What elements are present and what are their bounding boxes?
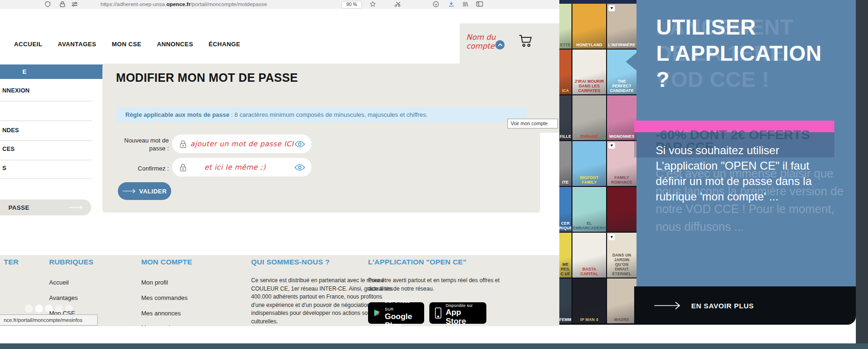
footer-link-mot-de-passe[interactable]: Mon mot de passe xyxy=(141,324,191,326)
divider xyxy=(0,121,92,121)
window-edge-right xyxy=(856,0,868,349)
movie-poster[interactable]: EL EMBARCADERO xyxy=(572,187,606,232)
url-bar[interactable]: https://adherent-snep-unsa.opence.fr/por… xyxy=(101,1,267,7)
sidebar-item-mot-de-passe[interactable]: PASSE xyxy=(0,199,91,215)
movie-poster[interactable]: FAMILY ROMANCE♥ xyxy=(607,141,637,186)
library-icon[interactable] xyxy=(462,1,469,7)
poster-title: ME PES, C UF xyxy=(559,261,571,278)
new-password-input[interactable]: ajouter un mot de passe ICI xyxy=(172,135,311,153)
poster-title: BIGFOOT FAMILY xyxy=(572,174,606,186)
download-icon[interactable] xyxy=(448,1,455,7)
movie-poster[interactable]: BASTA CAPITAL xyxy=(572,233,606,278)
movie-poster[interactable]: J'irai mourir dans les Carpates xyxy=(572,50,606,94)
movie-poster[interactable]: madre xyxy=(607,278,637,323)
screenshot-icon[interactable] xyxy=(394,1,402,7)
google-play-badge[interactable]: DISPONIBLE SURGoogle Play xyxy=(368,302,424,324)
pocket-icon[interactable] xyxy=(433,1,439,7)
poster-panel-header xyxy=(559,0,637,4)
app-store-badge[interactable]: Disponible surApp Store xyxy=(429,302,486,324)
footer-col-mon-compte: MON COMPTE xyxy=(141,258,192,266)
movie-poster[interactable]: ette xyxy=(559,4,571,49)
confirm-password-label: Confirmez : xyxy=(103,164,169,172)
poster-title: ICA xyxy=(559,87,571,94)
movie-poster[interactable]: HONEYLAND xyxy=(572,4,606,49)
nav-item-echange[interactable]: ÉCHANGE xyxy=(209,41,240,48)
eye-icon[interactable] xyxy=(295,164,305,171)
valider-button[interactable]: VALIDER xyxy=(118,182,171,200)
footer-col-qui-sommes-nous: QUI SOMMES-NOUS ? xyxy=(251,258,330,266)
favorite-heart-icon[interactable]: ♥ xyxy=(608,234,615,240)
poster-title: MIGNONNES xyxy=(607,133,637,140)
movie-poster[interactable]: Fille xyxy=(559,95,571,140)
favorite-heart-icon[interactable]: ♥ xyxy=(608,142,615,149)
portal-page: ACCUEIL AVANTAGES MON CSE ANNONCES ÉCHAN… xyxy=(0,9,559,326)
poster-title: Fille xyxy=(559,133,571,140)
movie-poster[interactable]: CER RIQUE xyxy=(559,187,571,232)
poster-grid: etteHONEYLANDL'INFIRMIÈRE♥ICAJ'irai mour… xyxy=(559,4,637,323)
sidebar-item-infos[interactable]: S xyxy=(2,165,7,171)
sidebar-item-annonces[interactable]: CES xyxy=(2,146,14,152)
movie-poster[interactable]: IP MAN 4 xyxy=(572,278,606,323)
movie-poster[interactable]: ICA xyxy=(559,50,571,94)
nav-item-accueil[interactable]: ACCUEIL xyxy=(14,41,43,48)
footer-link-mes-commandes[interactable]: Mes commandes xyxy=(141,294,188,301)
favorite-heart-icon[interactable]: ♥ xyxy=(608,5,615,11)
google-play-icon xyxy=(374,307,381,319)
poster-title xyxy=(607,229,637,232)
divider xyxy=(0,160,92,160)
arrow-right-icon xyxy=(123,188,136,194)
cart-icon[interactable] xyxy=(517,33,534,49)
poster-title: IP MAN 4 xyxy=(572,316,606,323)
chevron-up-icon[interactable] xyxy=(495,40,505,50)
divider xyxy=(0,140,92,141)
footer-link-avantages[interactable]: Avantages xyxy=(49,294,78,301)
poster-title: THE PERFECT CANDIDATE xyxy=(607,78,637,94)
footer-link-accueil[interactable]: Accueil xyxy=(49,279,69,286)
poster-title: DANS UN JARDIN QU'ON DIRAIT ÉTERNEL xyxy=(607,251,637,278)
footer-col-rubriques: RUBRIQUES xyxy=(49,258,94,266)
movie-poster[interactable] xyxy=(607,187,637,232)
poster-title: ITE xyxy=(559,178,571,186)
movie-poster[interactable]: ME PES, C UF xyxy=(559,233,571,278)
footer-contact-fragment[interactable]: TER xyxy=(4,258,19,266)
new-password-label: Nouveau mot depasse : xyxy=(103,136,169,152)
window-edge-bottom xyxy=(0,343,868,349)
poster-title: BASTA CAPITAL xyxy=(572,265,606,278)
arrow-right-icon xyxy=(69,204,83,211)
movie-poster[interactable]: L'INFIRMIÈRE♥ xyxy=(607,4,637,49)
footer-link-mes-annonces[interactable]: Mes annonces xyxy=(141,310,181,317)
en-savoir-plus-button[interactable]: EN SAVOIR PLUS xyxy=(634,286,856,325)
status-bar-link-preview: nce.fr/portail/moncompte/mesinfos xyxy=(0,314,98,326)
vod-poster-panel: etteHONEYLANDL'INFIRMIÈRE♥ICAJ'irai mour… xyxy=(559,0,637,325)
poster-title: HONEYLAND xyxy=(572,41,606,49)
phone-icon xyxy=(435,307,441,319)
poster-title: L'INFIRMIÈRE xyxy=(607,41,637,49)
nav-item-annonces[interactable]: ANNONCES xyxy=(157,41,193,48)
movie-poster[interactable]: ENRAGÉ xyxy=(572,95,606,140)
sidebar-item-connexion[interactable]: NNEXION xyxy=(2,87,29,94)
movie-poster[interactable]: BIGFOOT FAMILY xyxy=(572,141,606,186)
permissions-icon[interactable] xyxy=(71,1,78,7)
divider xyxy=(0,178,92,179)
eye-icon[interactable] xyxy=(295,141,305,148)
footer-app-text: Pour être averti partout et en temps rée… xyxy=(368,277,508,293)
movie-poster[interactable]: ITE xyxy=(559,141,571,186)
bookmark-star-icon[interactable] xyxy=(369,1,376,7)
arrow-right-icon xyxy=(654,301,681,310)
movie-poster[interactable]: FEMME xyxy=(559,278,571,323)
movie-poster[interactable]: MIGNONNES xyxy=(607,95,637,140)
carousel-dot-2[interactable] xyxy=(35,305,43,313)
nav-item-avantages[interactable]: AVANTAGES xyxy=(58,41,96,48)
carousel-dot-1[interactable] xyxy=(25,305,33,313)
nav-item-mon-cse[interactable]: MON CSE xyxy=(112,41,141,48)
confirm-password-input[interactable]: et ici le même ;) xyxy=(172,158,311,177)
shield-icon[interactable] xyxy=(44,1,51,7)
zoom-level[interactable]: 90 % xyxy=(341,1,362,8)
lock-icon xyxy=(180,163,187,172)
account-name-label[interactable]: Nom ducompte xyxy=(466,33,496,50)
sidebar-item-commandes[interactable]: NDES xyxy=(2,127,19,134)
sidebar-toggle-icon[interactable] xyxy=(476,1,483,7)
footer-link-mon-profil[interactable]: Mon profil xyxy=(141,279,168,286)
lock-icon[interactable] xyxy=(59,1,65,7)
movie-poster[interactable]: DANS UN JARDIN QU'ON DIRAIT ÉTERNEL♥ xyxy=(607,233,637,278)
